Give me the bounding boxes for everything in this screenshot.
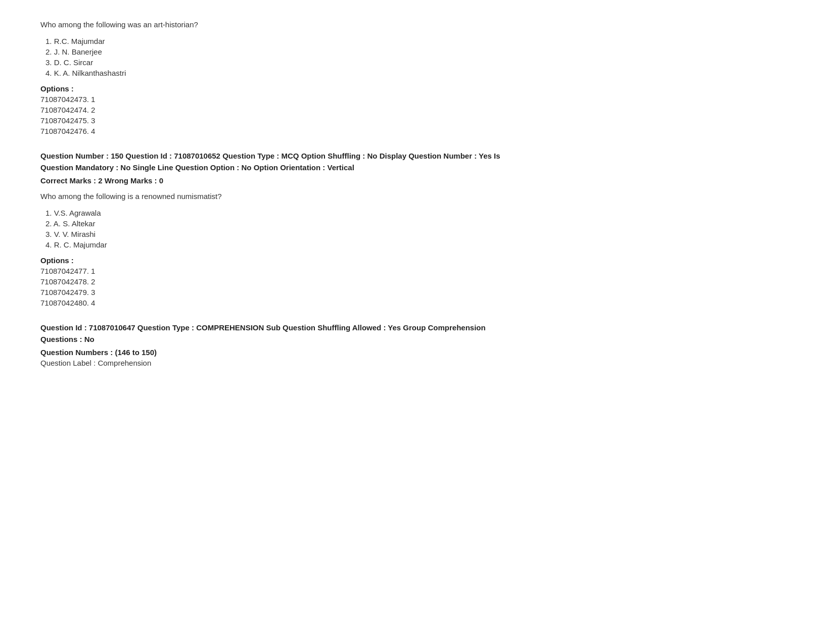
question-150-intro: Who among the following is a renowned nu… bbox=[40, 192, 794, 201]
question-150-choices: 1. V.S. Agrawala 2. A. S. Altekar 3. V. … bbox=[45, 209, 794, 249]
option-id-150-3: 71087042479. 3 bbox=[40, 288, 794, 296]
question-149-choices: 1. R.C. Majumdar 2. J. N. Banerjee 3. D.… bbox=[45, 37, 794, 77]
option-id-149-2: 71087042474. 2 bbox=[40, 106, 794, 114]
comp-meta-line1: Question Id : 71087010647 Question Type … bbox=[40, 323, 486, 332]
comp-meta-line2: Questions : No bbox=[40, 335, 95, 343]
correct-marks-150: Correct Marks : 2 Wrong Marks : 0 bbox=[40, 176, 794, 185]
question-149-intro: Who among the following was an art-histo… bbox=[40, 20, 794, 29]
question-150-meta: Question Number : 150 Question Id : 7108… bbox=[40, 151, 794, 173]
options-label-149: Options : bbox=[40, 84, 794, 93]
option-id-150-4: 71087042480. 4 bbox=[40, 299, 794, 307]
choice-149-3: 3. D. C. Sircar bbox=[45, 58, 794, 67]
choice-150-2: 2. A. S. Altekar bbox=[45, 219, 794, 228]
option-id-149-4: 71087042476. 4 bbox=[40, 127, 794, 135]
option-id-150-2: 71087042478. 2 bbox=[40, 277, 794, 286]
option-id-149-3: 71087042475. 3 bbox=[40, 116, 794, 125]
question-numbers: Question Numbers : (146 to 150) bbox=[40, 348, 794, 357]
choice-149-4: 4. K. A. Nilkanthashastri bbox=[45, 69, 794, 77]
question-150-text: Who among the following is a renowned nu… bbox=[40, 192, 794, 201]
option-id-150-1: 71087042477. 1 bbox=[40, 267, 794, 275]
choice-150-3: 3. V. V. Mirashi bbox=[45, 230, 794, 238]
option-id-149-1: 71087042473. 1 bbox=[40, 95, 794, 104]
options-label-150: Options : bbox=[40, 256, 794, 265]
choice-149-2: 2. J. N. Banerjee bbox=[45, 47, 794, 56]
choice-150-4: 4. R. C. Majumdar bbox=[45, 240, 794, 249]
question-label: Question Label : Comprehension bbox=[40, 359, 794, 367]
meta-line2-150: Question Mandatory : No Single Line Ques… bbox=[40, 163, 354, 172]
question-149-text: Who among the following was an art-histo… bbox=[40, 20, 794, 29]
meta-line1-150: Question Number : 150 Question Id : 7108… bbox=[40, 152, 500, 160]
choice-149-1: 1. R.C. Majumdar bbox=[45, 37, 794, 45]
comprehension-meta: Question Id : 71087010647 Question Type … bbox=[40, 322, 794, 345]
choice-150-1: 1. V.S. Agrawala bbox=[45, 209, 794, 217]
